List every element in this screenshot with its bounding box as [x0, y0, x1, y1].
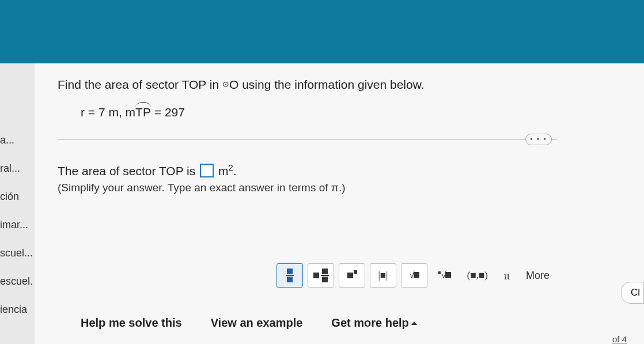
sidebar-item[interactable]: ral... — [0, 158, 32, 179]
divider-row: • • • — [58, 139, 627, 140]
view-example-link[interactable]: View an example — [211, 316, 303, 330]
divider-line — [58, 139, 558, 140]
tool-ordered-pair[interactable]: (■,■) — [461, 263, 494, 288]
answer-unit: m — [215, 164, 228, 177]
given-r: r = 7 m, m — [81, 105, 135, 119]
prompt-text-post: O using the information given below. — [229, 78, 425, 91]
answer-line: The area of sector TOP is m2. — [58, 163, 627, 178]
sidebar-item[interactable]: a... — [0, 130, 32, 151]
arc-tp: TP — [135, 105, 151, 119]
sidebar: a... ral... ción imar... scuel... escuel… — [0, 130, 32, 327]
tool-nroot[interactable]: ■√ — [432, 263, 457, 288]
caret-up-icon — [411, 322, 417, 325]
clear-button[interactable]: Cl — [621, 282, 644, 304]
tool-absolute[interactable]: |■| — [370, 263, 396, 288]
fraction-icon — [286, 269, 294, 282]
tool-pi[interactable]: π — [498, 263, 516, 288]
more-options-pill[interactable]: • • • — [525, 134, 552, 145]
abs-icon: |■| — [378, 270, 388, 281]
question-prompt: Find the area of sector TOP in ⊙O using … — [58, 78, 627, 92]
main-content: Find the area of sector TOP in ⊙O using … — [35, 63, 644, 344]
tool-exponent[interactable] — [339, 263, 365, 288]
nroot-icon: ■√ — [438, 270, 451, 281]
sqrt-icon: √ — [409, 270, 419, 281]
tool-mixed-fraction[interactable] — [308, 263, 334, 288]
given-eq: = 297 — [151, 105, 185, 119]
answer-hint: (Simplify your answer. Type an exact ans… — [58, 182, 627, 194]
sidebar-item[interactable]: imar... — [0, 214, 32, 236]
help-bar: Help me solve this View an example Get m… — [81, 316, 632, 330]
exponent-icon — [347, 270, 357, 281]
get-more-help-link[interactable]: Get more help — [331, 316, 416, 330]
prompt-text-pre: Find the area of sector TOP in — [58, 78, 222, 91]
sidebar-item[interactable]: escuel... — [0, 271, 32, 292]
help-solve-link[interactable]: Help me solve this — [81, 316, 182, 330]
given-values: r = 7 m, mTP = 297 — [81, 105, 627, 119]
answer-input[interactable] — [200, 164, 214, 177]
sidebar-item[interactable]: iencia — [0, 299, 32, 320]
tool-fraction[interactable] — [276, 263, 303, 288]
answer-unit-exp: 2 — [228, 163, 233, 172]
tool-sqrt[interactable]: √ — [401, 263, 427, 288]
answer-pre: The area of sector TOP is — [58, 164, 199, 177]
answer-unit-post: . — [233, 164, 237, 177]
sidebar-item[interactable]: scuel... — [0, 243, 32, 264]
tool-more[interactable]: More — [520, 263, 555, 288]
math-toolbar: |■| √ ■√ (■,■) π More — [276, 263, 555, 288]
page-counter: of 4 — [612, 334, 627, 344]
sidebar-item[interactable]: ción — [0, 186, 32, 207]
get-more-help-label: Get more help — [331, 316, 408, 329]
header-banner — [0, 0, 644, 63]
mixed-fraction-icon — [313, 269, 329, 282]
circle-dot-icon: ⊙ — [222, 80, 229, 89]
